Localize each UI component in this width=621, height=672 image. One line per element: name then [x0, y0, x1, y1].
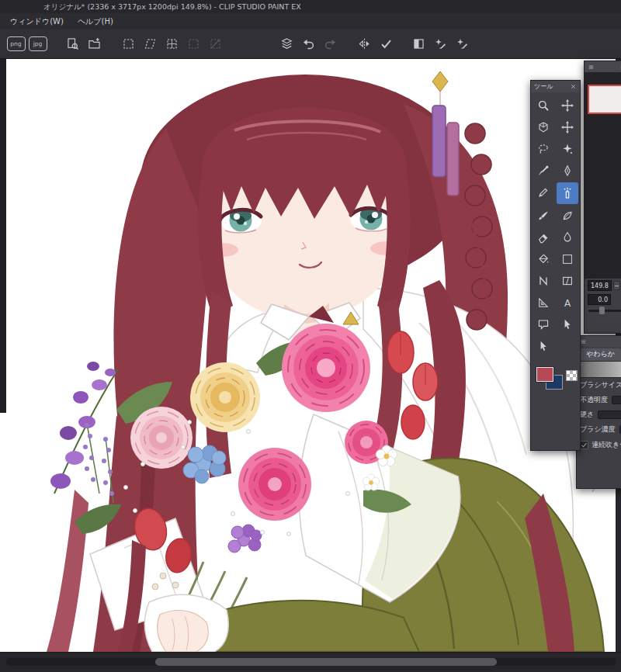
- canvas[interactable]: [0, 59, 616, 652]
- filter-sparkle-button-1[interactable]: [431, 34, 450, 54]
- undo-arrow-icon: [302, 37, 315, 50]
- tool-fill[interactable]: [532, 248, 556, 270]
- rotation-value[interactable]: 0.0: [588, 294, 611, 305]
- confirm-button[interactable]: [376, 34, 396, 54]
- export-jpg-button[interactable]: jpg: [28, 34, 47, 54]
- transform-perspective-button[interactable]: [206, 34, 225, 54]
- tool-brush[interactable]: [532, 205, 556, 227]
- tone-correction-button[interactable]: [409, 34, 428, 54]
- material-button[interactable]: [277, 34, 297, 54]
- filter-sparkle-button-2[interactable]: [453, 34, 472, 54]
- opacity-label: 不透明度: [580, 395, 608, 405]
- tool-grid: [531, 92, 580, 357]
- navigator-panel: 149.8 − + 0.0: [584, 61, 621, 334]
- tool-property-panel: やわらか ブラシサイズ 不透明度 硬さ ブラシ濃度 連続吹き付け: [576, 335, 621, 489]
- hardness-slider[interactable]: [598, 410, 621, 419]
- tool-zoom[interactable]: [532, 95, 556, 116]
- eyedropper-icon: [537, 165, 550, 177]
- menu-bar: ウィンドウ(W) ヘルプ(H): [0, 13, 621, 29]
- brush-stroke-preview: [579, 361, 621, 378]
- close-icon[interactable]: [570, 83, 577, 90]
- transform-mesh-button[interactable]: [162, 34, 182, 54]
- dashed-diagonal-icon: [209, 37, 222, 50]
- export-png-button[interactable]: png: [6, 34, 26, 54]
- tool-palette-title: ツール: [534, 82, 570, 91]
- flip-view-button[interactable]: [355, 34, 374, 54]
- tool-auto-select[interactable]: [556, 138, 580, 160]
- tool-empty-cell: [556, 335, 580, 357]
- dashed-box-icon: [187, 37, 200, 50]
- tool-balloon[interactable]: [532, 313, 556, 335]
- sparkle-pen-icon: [456, 37, 469, 50]
- sparkle-pen-icon: [434, 37, 447, 50]
- navigator-thumbnail: [585, 72, 621, 279]
- crosshair-arrows-icon: [561, 121, 574, 133]
- tool-palette-header: ツール: [531, 81, 580, 92]
- tool-decoration[interactable]: [556, 205, 580, 227]
- transparent-color-swatch[interactable]: [566, 370, 578, 381]
- dashed-mesh-icon: [165, 37, 179, 50]
- foreground-color-swatch[interactable]: [536, 367, 553, 382]
- tool-blend[interactable]: [556, 227, 580, 248]
- hardness-label: 硬さ: [580, 410, 594, 420]
- pen-nib-icon: [561, 165, 574, 177]
- star-wand-icon: [561, 143, 574, 155]
- cursor-arrow-icon: [561, 318, 574, 331]
- drag-handle-icon[interactable]: [588, 64, 595, 71]
- zoom-slider[interactable]: [588, 310, 621, 312]
- jpg-file-icon: jpg: [29, 36, 47, 51]
- tool-airbrush[interactable]: [557, 182, 579, 204]
- menu-window[interactable]: ウィンドウ(W): [3, 15, 71, 29]
- drag-handle-icon[interactable]: [580, 338, 587, 345]
- zoom-value[interactable]: 149.8: [588, 280, 612, 291]
- transform-scale-rotate-button[interactable]: [119, 34, 138, 54]
- transform-distort-button[interactable]: [184, 34, 203, 54]
- zoom-out-button[interactable]: −: [613, 281, 620, 290]
- main-toolbar: png jpg: [0, 29, 621, 59]
- tool-eraser[interactable]: [532, 227, 556, 248]
- navigator-view-frame[interactable]: [588, 85, 621, 114]
- brush-density-label: ブラシ濃度: [580, 424, 616, 435]
- check-icon: [581, 442, 588, 449]
- magnifier-icon: [537, 99, 550, 112]
- half-filled-square-icon: [412, 37, 425, 50]
- tool-gradient[interactable]: [556, 248, 580, 270]
- continuous-spray-label: 連続吹き付け: [592, 440, 621, 450]
- tool-ruler[interactable]: [532, 292, 556, 313]
- redo-button[interactable]: [321, 34, 340, 54]
- tool-layer-move[interactable]: [556, 116, 580, 138]
- tool-property-header: [577, 336, 621, 347]
- tool-pencil[interactable]: [532, 182, 556, 203]
- tool-text[interactable]: [556, 292, 580, 313]
- continuous-spray-checkbox[interactable]: [580, 441, 588, 449]
- tool-object[interactable]: [532, 116, 556, 138]
- window-titlebar: オリジナル* (2336 x 3717px 1200dpi 149.8%) - …: [0, 0, 621, 13]
- frame-icon: [561, 275, 574, 287]
- water-drop-icon: [561, 231, 574, 244]
- tool-eyedropper[interactable]: [532, 160, 556, 182]
- navigator-header: [585, 61, 621, 72]
- pasteboard-edge: [0, 59, 6, 413]
- open-file-button[interactable]: [85, 34, 104, 54]
- color-area: [531, 363, 580, 399]
- tool-line-correct[interactable]: [556, 313, 580, 335]
- tool-operation[interactable]: [532, 335, 556, 357]
- opacity-slider[interactable]: [612, 396, 621, 404]
- new-window-button[interactable]: [63, 34, 82, 54]
- subtool-tab[interactable]: やわらか: [580, 348, 621, 361]
- tool-pen[interactable]: [556, 160, 580, 182]
- tool-frame-border[interactable]: [556, 270, 580, 292]
- pencil-icon: [537, 186, 550, 199]
- tool-move[interactable]: [556, 95, 580, 116]
- tool-figure[interactable]: [532, 270, 556, 292]
- tool-selection[interactable]: [532, 138, 556, 160]
- bottom-bar: [0, 652, 621, 672]
- horizontal-scrollbar-thumb[interactable]: [155, 658, 497, 666]
- dashed-box-icon: [122, 37, 135, 50]
- zoom-slider-knob[interactable]: [599, 307, 605, 314]
- menu-help[interactable]: ヘルプ(H): [71, 15, 120, 29]
- undo-button[interactable]: [299, 34, 318, 54]
- transform-free-button[interactable]: [141, 34, 160, 54]
- speech-balloon-icon: [537, 318, 550, 331]
- leaf-icon: [561, 210, 574, 222]
